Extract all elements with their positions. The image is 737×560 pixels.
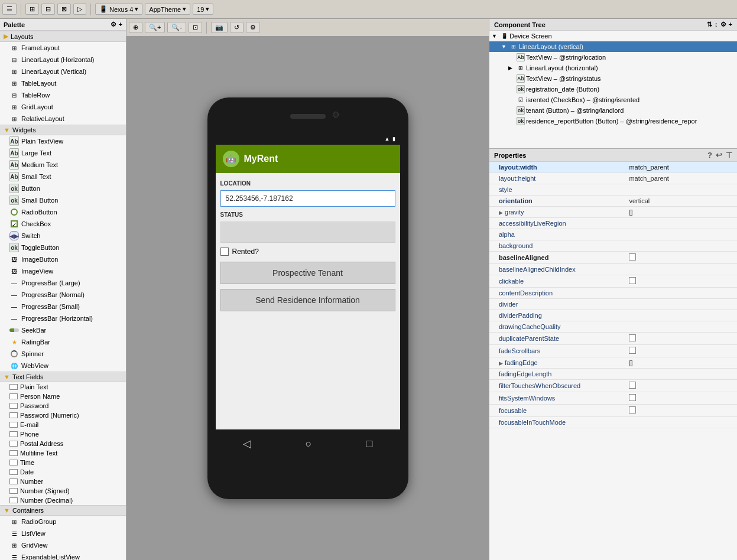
prop-value-fadescrollbars[interactable] [625, 345, 737, 357]
palette-item-progressbar-large[interactable]: — ProgressBar (Large) [0, 277, 126, 289]
palette-item-listview[interactable]: ☰ ListView [0, 528, 126, 539]
palette-item-number[interactable]: Number [0, 477, 126, 486]
palette-item-postaladdress[interactable]: Postal Address [0, 439, 126, 448]
filter-icon[interactable]: ⊤ [726, 151, 732, 159]
layout-split-btn[interactable]: ⊠ [57, 4, 71, 15]
prop-value-fitssystemwindows[interactable] [625, 392, 737, 405]
menu-btn[interactable]: ☰ [2, 4, 17, 15]
palette-item-ratingbar[interactable]: ★ RatingBar [0, 336, 126, 348]
section-layouts[interactable]: ▶ Layouts [0, 31, 126, 42]
checkbox-focusable[interactable] [629, 406, 636, 414]
palette-add-icon[interactable]: + [119, 21, 122, 28]
palette-item-relativelayout[interactable]: ⊞ RelativeLayout [0, 113, 126, 125]
send-residence-button[interactable]: Send Residence Information [220, 289, 395, 311]
prop-value-duplicateparentstate[interactable] [625, 333, 737, 345]
prop-value-divider[interactable] [625, 299, 737, 310]
palette-item-number-decimal[interactable]: Number (Decimal) [0, 496, 126, 505]
palette-item-password-numeric[interactable]: Password (Numeric) [0, 411, 126, 420]
checkbox-duplicateparentstate[interactable] [629, 334, 636, 341]
palette-item-password[interactable]: Password [0, 401, 126, 411]
palette-item-webview[interactable]: 🌐 WebView [0, 360, 126, 372]
palette-item-smallbutton[interactable]: ok Small Button [0, 194, 126, 206]
palette-item-progressbar-h[interactable]: — ProgressBar (Horizontal) [0, 312, 126, 324]
checkbox-clickable[interactable] [629, 277, 636, 284]
palette-item-smalltext[interactable]: Ab Small Text [0, 171, 126, 183]
tree-item-textview-location[interactable]: Ab TextView – @string/location [489, 52, 737, 63]
palette-item-tablelayout[interactable]: ⊞ TableLayout [0, 77, 126, 89]
palette-item-linearlayout-v[interactable]: ⊞ LinearLayout (Vertical) [0, 66, 126, 77]
palette-item-number-signed[interactable]: Number (Signed) [0, 486, 126, 496]
prop-value-drawingcachequality[interactable] [625, 321, 737, 333]
rented-checkbox[interactable] [220, 248, 229, 256]
refresh-btn[interactable]: ↺ [230, 22, 243, 33]
palette-item-expandablelistview[interactable]: ☰ ExpandableListView [0, 551, 126, 560]
tree-item-linearlayout-v[interactable]: ▼ ⊞ LinearLayout (vertical) [489, 41, 737, 52]
prospective-tenant-button[interactable]: Prospective Tenant [220, 262, 395, 284]
undo-icon[interactable]: ↩ [716, 151, 722, 159]
prop-value-baselinealigned[interactable] [625, 252, 737, 264]
expand-fadingedge[interactable]: ▶ [499, 360, 503, 366]
palette-item-plaintext[interactable]: Plain Text [0, 382, 126, 392]
prop-value-layout-width[interactable]: match_parent [625, 162, 737, 173]
prop-value-fadingedge[interactable]: [] [625, 357, 737, 369]
prop-value-alpha[interactable] [625, 229, 737, 240]
tree-item-residence-report[interactable]: ok residence_reportButton (Button) – @st… [489, 116, 737, 126]
prop-value-dividerpadding[interactable] [625, 310, 737, 321]
palette-item-personname[interactable]: Person Name [0, 392, 126, 401]
prop-value-baselinealignedchildindex[interactable] [625, 264, 737, 275]
palette-item-linearlayout-h[interactable]: ⊟ LinearLayout (Horizontal) [0, 54, 126, 66]
palette-item-framelayout[interactable]: ⊞ FrameLayout [0, 42, 126, 54]
checkbox-fitssystemwindows[interactable] [629, 394, 636, 401]
prop-value-style[interactable] [625, 184, 737, 196]
home-icon[interactable]: ○ [306, 438, 312, 450]
prop-value-filtertouches[interactable] [625, 380, 737, 392]
palette-item-largetext[interactable]: Ab Large Text [0, 147, 126, 159]
tree-item-registration-date[interactable]: ok registration_date (Button) [489, 84, 737, 95]
prop-value-clickable[interactable] [625, 275, 737, 288]
help-icon[interactable]: ? [707, 151, 712, 159]
tree-settings-icon[interactable]: ⚙ [720, 21, 726, 28]
palette-item-multilinetext[interactable]: Multiline Text [0, 448, 126, 458]
palette-item-imagebutton[interactable]: 🖼 ImageButton [0, 253, 126, 265]
palette-item-checkbox[interactable]: ✓ CheckBox [0, 218, 126, 230]
checkbox-filtertouches[interactable] [629, 382, 636, 389]
tree-item-isrented[interactable]: ☑ isrented (CheckBox) – @string/isrented [489, 95, 737, 105]
tree-item-textview-status[interactable]: Ab TextView – @string/status [489, 73, 737, 84]
palette-item-togglebutton[interactable]: ok ToggleButton [0, 242, 126, 253]
layout-preview-btn[interactable]: ▷ [73, 4, 86, 15]
zoom-reset-btn[interactable]: ⊕ [129, 22, 142, 33]
palette-item-tablerow[interactable]: ⊟ TableRow [0, 89, 126, 101]
tree-item-linearlayout-h[interactable]: ▶ ⊞ LinearLayout (horizontal) [489, 63, 737, 73]
prop-value-accessibility[interactable] [625, 218, 737, 229]
palette-item-progressbar-small[interactable]: — ProgressBar (Small) [0, 301, 126, 312]
prop-value-focusable[interactable] [625, 405, 737, 417]
prop-value-orientation[interactable]: vertical [625, 196, 737, 207]
prop-value-background[interactable] [625, 240, 737, 252]
api-level-selector[interactable]: 19 ▾ [193, 4, 213, 15]
tree-collapse-icon[interactable]: ↕ [715, 21, 718, 28]
zoom-fit-btn[interactable]: ⊡ [189, 22, 202, 33]
palette-item-radiogroup[interactable]: ⊞ RadioGroup [0, 516, 126, 528]
palette-settings-icon[interactable]: ⚙ [111, 21, 116, 28]
palette-item-plaintextview[interactable]: Ab Plain TextView [0, 135, 126, 147]
location-input[interactable]: 52.253456,-7.187162 [220, 190, 395, 207]
tree-expand-icon[interactable]: ⇅ [707, 21, 712, 28]
zoom-in-btn[interactable]: 🔍+ [145, 22, 165, 33]
expand-gravity[interactable]: ▶ [499, 210, 503, 216]
tree-add-icon[interactable]: + [729, 21, 732, 28]
settings-btn[interactable]: ⚙ [246, 22, 260, 33]
palette-item-date[interactable]: Date [0, 467, 126, 477]
palette-item-time[interactable]: Time [0, 458, 126, 467]
section-widgets[interactable]: ▼ Widgets [0, 125, 126, 135]
palette-item-radiobutton[interactable]: RadioButton [0, 206, 126, 218]
palette-item-seekbar[interactable]: SeekBar [0, 324, 126, 336]
palette-item-gridview[interactable]: ⊞ GridView [0, 539, 126, 551]
palette-item-button[interactable]: ok Button [0, 183, 126, 194]
palette-item-gridlayout[interactable]: ⊞ GridLayout [0, 101, 126, 113]
layout-xml-btn[interactable]: ⊞ [25, 4, 39, 15]
prop-value-fadingedgelength[interactable] [625, 369, 737, 380]
back-icon[interactable]: ◁ [243, 437, 251, 450]
screenshot-btn[interactable]: 📷 [211, 22, 228, 33]
prop-value-focusableintouchmode[interactable] [625, 417, 737, 428]
section-containers[interactable]: ▼ Containers [0, 505, 126, 516]
